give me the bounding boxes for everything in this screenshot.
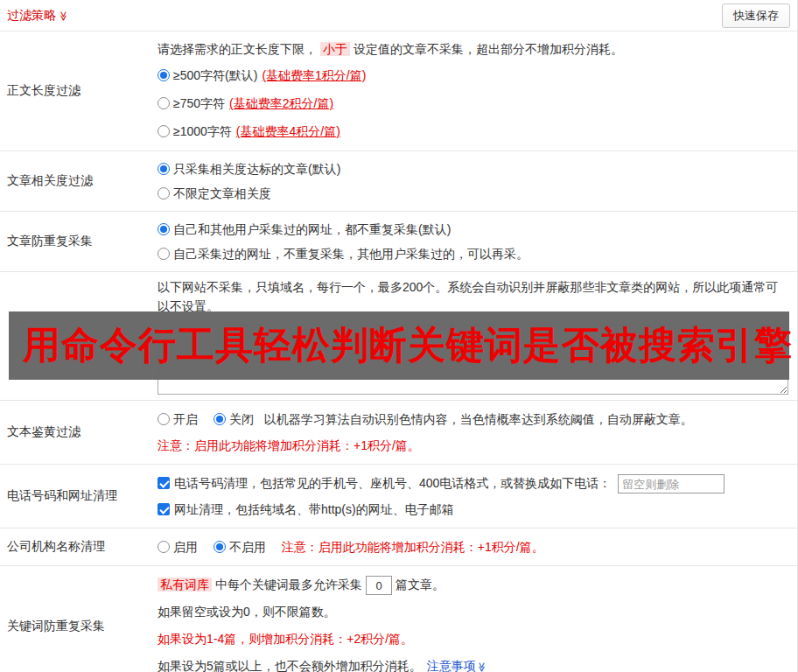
radio-label[interactable]: ≥500字符(默认) — [173, 68, 257, 82]
radio-option-porn-off[interactable]: 关闭 — [214, 412, 257, 426]
radio-option-dedup-all-users[interactable]: 自己和其他用户采集过的网址，都不重复采集(默认) — [158, 217, 788, 242]
checkbox-phone-clean[interactable]: 电话号码清理，包括常见的手机号、座机号、400电话格式，或替换成如下电话： — [158, 476, 614, 490]
row-porn-filter: 文本鉴黄过滤 开启 关闭 以机器学习算法自动识别色情内容，当色情概率达到系统阈值… — [0, 401, 797, 465]
page-title: 过滤策略≫ — [7, 8, 69, 24]
desc-text-after: 设定值的文章不采集，超出部分不增加积分消耗。 — [354, 42, 623, 56]
checkbox-url-clean[interactable]: 网址清理，包括纯域名、带http(s)的网址、电子邮箱 — [158, 502, 454, 516]
porn-filter-cost-note: 注意：启用此功能将增加积分消耗：+1积分/篇。 — [158, 432, 788, 458]
keyword-dedup-content: 私有词库中每个关键词最多允许采集篇文章。 如果留空或设为0，则不限篇数。 如果设… — [150, 566, 797, 672]
site-filter-description: 以下网站不采集，只填域名，每行一个，最多200个。系统会自动识别并屏蔽那些非文章… — [158, 277, 788, 316]
collapse-chevron-icon[interactable]: ≫ — [58, 10, 69, 21]
row-label-dedup: 文章防重复采集 — [0, 212, 150, 271]
fee-note-link[interactable]: (基础费率1积分/篇) — [262, 68, 366, 82]
radio-selected-icon[interactable] — [214, 413, 226, 425]
radio-option-relevance-any[interactable]: 不限定文章相关度 — [158, 181, 788, 206]
company-clean-cost-note: 注意：启用此功能将增加积分消耗：+1积分/篇。 — [282, 540, 544, 554]
radio-icon[interactable] — [158, 541, 170, 553]
radio-label[interactable]: 自己采集过的网址，不重复采集，其他用户采集过的，可以再采。 — [173, 247, 528, 261]
radio-label[interactable]: 不启用 — [229, 540, 266, 554]
row-company-clean: 公司机构名称清理 启用 不启用 注意：启用此功能将增加积分消耗：+1积分/篇。 — [0, 528, 797, 566]
quick-save-button[interactable]: 快速保存 — [722, 4, 790, 28]
keyword-note-line4: 如果设为5篇或以上，也不会额外增加积分消耗。注意事项≫ — [158, 653, 788, 672]
radio-selected-icon[interactable] — [214, 541, 226, 553]
row-label-company-clean: 公司机构名称清理 — [0, 528, 150, 565]
watermark-text: 用命令行工具轻松判断关键词是否被搜索引擎 — [23, 320, 793, 371]
radio-label[interactable]: 开启 — [173, 412, 198, 426]
phone-url-content: 电话号码清理，包括常见的手机号、座机号、400电话格式，或替换成如下电话： 网址… — [150, 465, 797, 528]
radio-option-porn-on[interactable]: 开启 — [158, 412, 201, 426]
radio-label[interactable]: 启用 — [173, 540, 198, 554]
radio-option-dedup-self-only[interactable]: 自己采集过的网址，不重复采集，其他用户采集过的，可以再采。 — [158, 242, 788, 266]
porn-filter-content: 开启 关闭 以机器学习算法自动识别色情内容，当色情概率达到系统阈值，自动屏蔽文章… — [150, 401, 797, 464]
keyword-note-line3: 如果设为1-4篇，则增加积分消耗：+2积分/篇。 — [158, 626, 788, 653]
page-header: 过滤策略≫ 快速保存 — [0, 0, 797, 32]
radio-label[interactable]: 自己和其他用户采集过的网址，都不重复采集(默认) — [173, 222, 451, 236]
radio-option-relevance-strict[interactable]: 只采集相关度达标的文章(默认) — [158, 157, 788, 181]
radio-selected-icon[interactable] — [158, 69, 170, 81]
radio-label[interactable]: 不限定文章相关度 — [173, 186, 271, 200]
radio-label[interactable]: 只采集相关度达标的文章(默认) — [173, 162, 340, 176]
porn-filter-inline-desc: 以机器学习算法自动识别色情内容，当色情概率达到系统阈值，自动屏蔽文章。 — [264, 412, 693, 426]
radio-label[interactable]: ≥1000字符 — [173, 124, 232, 138]
keyword-note-line4-text: 如果设为5篇或以上，也不会额外增加积分消耗。 — [158, 659, 422, 672]
radio-icon[interactable] — [158, 248, 170, 260]
keyword-limit-text: 中每个关键词最多允许采集 — [215, 578, 362, 592]
checkbox-label[interactable]: 网址清理，包括纯域名、带http(s)的网址、电子邮箱 — [174, 502, 454, 516]
radio-option-1000chars[interactable]: ≥1000字符(基础费率4积分/篇) — [158, 117, 788, 145]
watermark-banner: 用命令行工具轻松判断关键词是否被搜索引擎 — [9, 312, 789, 380]
keyword-note-line2: 如果留空或设为0，则不限篇数。 — [158, 598, 788, 626]
keyword-count-input[interactable] — [366, 576, 392, 595]
radio-option-company-off[interactable]: 不启用 — [214, 540, 270, 554]
radio-icon[interactable] — [158, 413, 170, 425]
relevance-content: 只采集相关度达标的文章(默认) 不限定文章相关度 — [150, 151, 797, 211]
length-filter-description: 请选择需求的正文长度下限，小于设定值的文章不采集，超出部分不增加积分消耗。 — [158, 37, 788, 61]
dedup-content: 自己和其他用户采集过的网址，都不重复采集(默认) 自己采集过的网址，不重复采集，… — [150, 212, 797, 271]
radio-selected-icon[interactable] — [158, 163, 170, 175]
less-than-highlight: 小于 — [320, 42, 350, 56]
row-relevance-filter: 文章相关度过滤 只采集相关度达标的文章(默认) 不限定文章相关度 — [0, 151, 797, 212]
keyword-limit-text-end: 篇文章。 — [396, 578, 444, 592]
radio-label[interactable]: ≥750字符 — [173, 96, 225, 110]
url-clean-line: 网址清理，包括纯域名、带http(s)的网址、电子邮箱 — [158, 496, 788, 522]
radio-icon[interactable] — [158, 97, 170, 109]
row-label-relevance: 文章相关度过滤 — [0, 151, 150, 211]
row-label-text-length: 正文长度过滤 — [0, 32, 150, 150]
radio-option-company-on[interactable]: 启用 — [158, 540, 201, 554]
radio-icon[interactable] — [158, 187, 170, 200]
company-clean-content: 启用 不启用 注意：启用此功能将增加积分消耗：+1积分/篇。 — [150, 528, 797, 565]
radio-option-500chars[interactable]: ≥500字符(默认)(基础费率1积分/篇) — [158, 61, 788, 89]
row-label-porn-filter: 文本鉴黄过滤 — [0, 401, 150, 464]
row-label-keyword-dedup: 关键词防重复采集 — [0, 566, 150, 672]
radio-label[interactable]: 关闭 — [229, 412, 254, 426]
row-phone-url-clean: 电话号码和网址清理 电话号码清理，包括常见的手机号、座机号、400电话格式，或替… — [0, 465, 797, 528]
page-title-text: 过滤策略 — [7, 8, 56, 22]
company-clean-options: 启用 不启用 注意：启用此功能将增加积分消耗：+1积分/篇。 — [158, 534, 788, 560]
fee-note-link[interactable]: (基础费率2积分/篇) — [229, 96, 333, 110]
keyword-limit-line: 私有词库中每个关键词最多允许采集篇文章。 — [158, 571, 788, 598]
text-length-content: 请选择需求的正文长度下限，小于设定值的文章不采集，超出部分不增加积分消耗。 ≥5… — [150, 32, 797, 150]
private-lexicon-badge: 私有词库 — [158, 578, 212, 592]
replacement-phone-input[interactable] — [618, 474, 724, 494]
filter-strategy-page: 过滤策略≫ 快速保存 正文长度过滤 请选择需求的正文长度下限，小于设定值的文章不… — [0, 0, 798, 672]
row-keyword-dedup: 关键词防重复采集 私有词库中每个关键词最多允许采集篇文章。 如果留空或设为0，则… — [0, 566, 797, 672]
link-chevron-icon[interactable]: ≫ — [468, 662, 495, 672]
notice-link[interactable]: 注意事项≫ — [427, 659, 487, 672]
checkbox-label[interactable]: 电话号码清理，包括常见的手机号、座机号、400电话格式，或替换成如下电话： — [174, 476, 611, 490]
checkbox-checked-icon[interactable] — [158, 477, 170, 489]
porn-filter-options: 开启 关闭 以机器学习算法自动识别色情内容，当色情概率达到系统阈值，自动屏蔽文章… — [158, 406, 788, 432]
radio-option-750chars[interactable]: ≥750字符(基础费率2积分/篇) — [158, 89, 788, 117]
phone-clean-line: 电话号码清理，包括常见的手机号、座机号、400电话格式，或替换成如下电话： — [158, 470, 788, 496]
radio-icon[interactable] — [158, 125, 170, 137]
fee-note-link[interactable]: (基础费率4积分/篇) — [236, 124, 340, 138]
row-article-dedup: 文章防重复采集 自己和其他用户采集过的网址，都不重复采集(默认) 自己采集过的网… — [0, 212, 797, 272]
desc-text-before: 请选择需求的正文长度下限， — [158, 42, 317, 56]
checkbox-checked-icon[interactable] — [158, 503, 170, 515]
row-label-phone-url: 电话号码和网址清理 — [0, 465, 150, 528]
radio-selected-icon[interactable] — [158, 223, 170, 235]
row-text-length-filter: 正文长度过滤 请选择需求的正文长度下限，小于设定值的文章不采集，超出部分不增加积… — [0, 32, 797, 151]
